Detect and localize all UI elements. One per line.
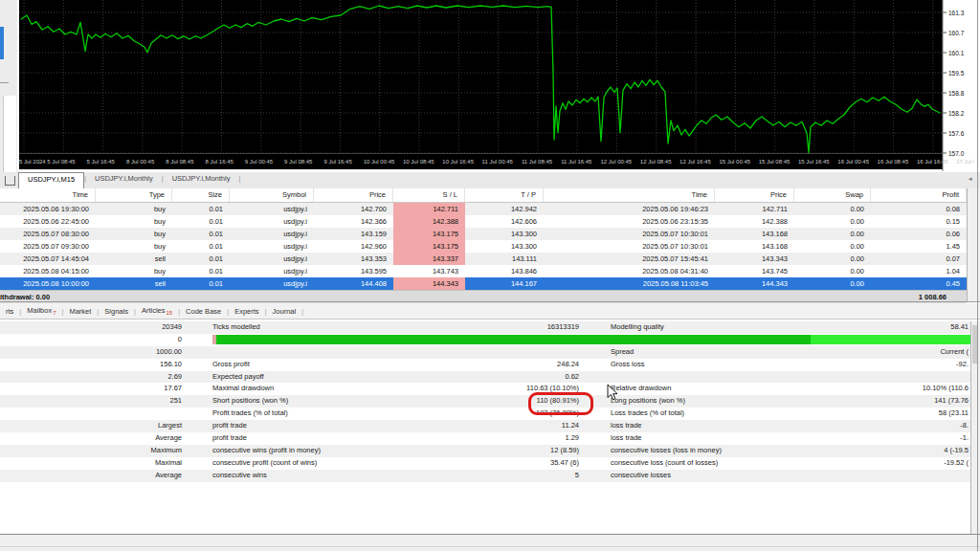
trade-cell: buy [96, 265, 172, 277]
trade-cell: 0.01 [172, 240, 230, 253]
trade-cell: 0.01 [172, 215, 230, 228]
report-value: 16313319 [383, 321, 579, 334]
chart-tab-0[interactable]: USDJPY.i,M15 [18, 172, 84, 188]
report-value: Largest [0, 420, 182, 432]
column-header-size[interactable]: Size [172, 188, 230, 202]
time-axis-label: 15 Jul 16:45 [798, 159, 830, 165]
trade-cell: 2025.05.06 23:15:35 [544, 215, 715, 228]
report-value: 156.10 [0, 359, 182, 371]
column-header-type[interactable]: Type [96, 188, 172, 202]
trade-row-2[interactable]: 2025.05.07 08:30:00buy0.01usdjpy.i143.15… [0, 228, 967, 240]
trade-cell: 143.337 [393, 253, 465, 265]
terminal-tab-mailbox[interactable]: Mailbox7 [21, 306, 61, 316]
report-value: Maximum [0, 445, 182, 457]
trade-cell: 2025.05.07 10:30:01 [544, 228, 715, 240]
report-value: 11.24 [383, 420, 579, 432]
trade-row-6[interactable]: 2025.05.08 10:00:00sell0.01usdjpy.i144.4… [0, 277, 967, 290]
report-label: Gross loss [611, 359, 644, 371]
dock-window-icon [5, 176, 15, 186]
price-axis-label: 158.8 [948, 90, 965, 97]
tab-separator: | [238, 172, 240, 188]
trade-cell: 1.45 [871, 240, 967, 253]
report-value: 58.41 [766, 321, 969, 334]
column-header-price[interactable]: Price [314, 188, 393, 202]
trade-cell: 143.846 [465, 265, 544, 277]
trade-cell: buy [96, 215, 172, 228]
trade-cell: 2025.05.06 19:30:00 [0, 203, 96, 215]
report-row-6: 251Short positions (won %)110 (80.91%)Lo… [0, 395, 980, 408]
trade-cell: usdjpy.i [230, 240, 314, 253]
trade-cell: 0.06 [871, 228, 967, 240]
report-label: Ticks modelled [212, 321, 260, 334]
chart-tab-bar: USDJPY.i,M15|USDJPY.i,Monthly|USDJPY.i,M… [0, 172, 980, 189]
trade-row-0[interactable]: 2025.05.06 19:30:00buy0.01usdjpy.i142.70… [0, 203, 967, 215]
column-header-time[interactable]: Time [544, 188, 715, 202]
terminal-tab-signals[interactable]: Signals [99, 307, 134, 316]
chart-tab-2[interactable]: USDJPY.i,Monthly [164, 172, 239, 188]
tab-scroll-left-icon[interactable]: ◂ [969, 175, 976, 185]
column-header-swap[interactable]: Swap [794, 188, 871, 202]
trade-cell: 2025.05.08 10:00:00 [0, 277, 96, 290]
report-value: 251 [0, 395, 182, 408]
chart-canvas[interactable]: 161.3160.7160.1159.5158.8158.2157.6157.0… [17, 0, 974, 171]
terminal-tab-market[interactable]: Market [63, 307, 97, 316]
chart-tab-1[interactable]: USDJPY.i,Monthly [86, 172, 162, 188]
trade-cell: 143.745 [715, 265, 794, 277]
trade-cell: 0.00 [794, 277, 871, 290]
time-axis-label: 16 Jul 08:45 [878, 159, 909, 165]
report-row-8: Largestprofit trade11.24loss trade-8. [0, 420, 980, 432]
trade-cell: 0.00 [794, 265, 871, 277]
report-row-3: 156.10Gross profit248.24Gross loss-92. [0, 359, 980, 371]
column-header-price[interactable]: Price [715, 188, 794, 202]
column-header-sl[interactable]: S / L [393, 188, 465, 202]
time-axis-label: 12 Jul 08:45 [640, 159, 672, 165]
report-row-0: 20349Ticks modelled16313319Modelling qua… [0, 321, 980, 334]
report-row-1: 0 [0, 334, 980, 346]
terminal-tab-articles[interactable]: Articles15 [136, 306, 178, 316]
terminal-tab-rts[interactable]: rts [0, 307, 19, 316]
column-header-symbol[interactable]: Symbol [230, 188, 314, 202]
report-value: 4 (-19.5 [766, 445, 969, 457]
report-value: 10.10% (110.6 [766, 383, 969, 395]
trade-cell: usdjpy.i [230, 277, 314, 290]
report-label: consecutive loss (count of losses) [611, 457, 718, 470]
price-chart[interactable]: 161.3160.7160.1159.5158.8158.2157.6157.0… [17, 0, 974, 171]
trade-cell: 143.353 [314, 253, 393, 265]
time-axis-label: 8 Jul 08:45 [166, 159, 194, 165]
trade-cell: 2025.05.07 14:45:04 [0, 253, 96, 265]
trade-history-table: TimeTypeSizeSymbolPriceS / LT / PTimePri… [0, 188, 967, 303]
report-value: 1.29 [383, 432, 579, 445]
trade-cell: 2025.05.07 09:30:00 [0, 240, 96, 253]
trade-row-5[interactable]: 2025.05.08 04:15:00buy0.01usdjpy.i143.59… [0, 265, 967, 277]
table-header-row: TimeTypeSizeSymbolPriceS / LT / PTimePri… [0, 188, 967, 203]
report-label: Long positions (won %) [611, 395, 685, 408]
time-axis-label: 5 Jul 08:45 [47, 159, 76, 165]
trade-row-4[interactable]: 2025.05.07 14:45:04sell0.01usdjpy.i143.3… [0, 253, 967, 265]
trade-cell: 142.366 [314, 215, 393, 228]
terminal-tab-experts[interactable]: Experts [229, 307, 264, 316]
trade-row-3[interactable]: 2025.05.07 09:30:00buy0.01usdjpy.i142.96… [0, 240, 967, 253]
time-axis-label: 11 Jul 16:45 [561, 159, 592, 165]
report-value: 1000.00 [0, 346, 182, 359]
trade-cell: 143.175 [393, 240, 465, 253]
column-header-tp[interactable]: T / P [465, 188, 544, 202]
time-axis-label: 8 Jul 16:45 [206, 159, 234, 165]
report-value: 20349 [0, 321, 182, 334]
price-axis-label: 160.1 [948, 50, 965, 56]
terminal-tab-code-base[interactable]: Code Base [180, 307, 227, 316]
trade-cell: buy [96, 240, 172, 253]
column-header-time[interactable]: Time [0, 188, 96, 202]
left-subpanel-edge [3, 96, 16, 172]
price-axis-label: 158.2 [948, 110, 965, 117]
trade-row-1[interactable]: 2025.05.06 22:45:00buy0.01usdjpy.i142.36… [0, 215, 967, 228]
report-label: Expected payoff [212, 371, 264, 384]
report-value: Current ( [766, 346, 969, 359]
left-panel-scrollbar-thumb[interactable] [0, 27, 4, 59]
trade-cell: 142.711 [715, 203, 794, 215]
report-label: profit trade [212, 420, 247, 432]
time-axis-label: 9 Jul 16:45 [323, 159, 352, 165]
column-header-profit[interactable]: Profit [871, 188, 967, 202]
report-value: 141 (73.76 [766, 395, 969, 408]
terminal-tab-journal[interactable]: Journal [267, 307, 302, 316]
tab-badge: 15 [166, 310, 172, 316]
